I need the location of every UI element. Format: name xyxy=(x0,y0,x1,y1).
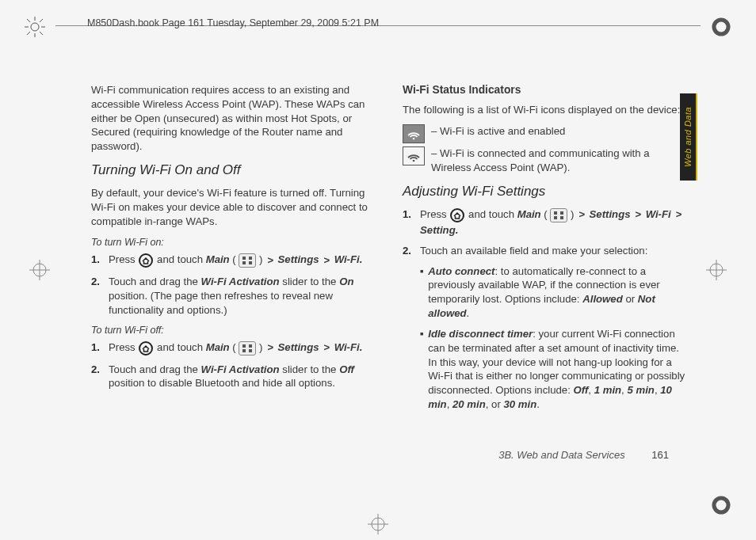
svg-rect-23 xyxy=(242,261,246,264)
label-turn-on: To turn Wi-Fi on: xyxy=(91,236,377,249)
crop-mark-sun-icon xyxy=(22,14,48,40)
home-icon xyxy=(138,253,154,268)
heading-status-indicators: Wi-Fi Status Indicators xyxy=(403,83,689,98)
svg-rect-22 xyxy=(249,257,252,260)
crop-mark-cross-icon xyxy=(365,511,391,537)
left-column: Wi-Fi communication requires access to a… xyxy=(91,83,377,437)
step-body: Touch an available field and make your s… xyxy=(420,244,689,418)
svg-rect-35 xyxy=(554,216,557,219)
footer-section: 3B. Web and Data Services xyxy=(498,449,624,461)
heading-turning-wifi: Turning Wi-Fi On and Off xyxy=(91,162,377,180)
intro-paragraph: Wi-Fi communication requires access to a… xyxy=(91,83,377,154)
list-item: Idle disconnect timer: your current Wi-F… xyxy=(420,327,689,412)
home-icon xyxy=(449,207,465,223)
svg-rect-21 xyxy=(242,257,246,260)
step-body: Touch and drag the Wi-Fi Activation slid… xyxy=(109,275,377,317)
heading-adjusting-settings: Adjusting Wi-Fi Settings xyxy=(403,183,689,201)
svg-rect-34 xyxy=(560,211,563,215)
svg-point-31 xyxy=(413,160,415,162)
wifi-default-paragraph: By default, your device's Wi-Fi feature … xyxy=(91,186,377,228)
step-body: Press and touch Main ( ) > Settings > Wi… xyxy=(109,253,377,268)
step-number: 1. xyxy=(403,207,415,238)
svg-point-9 xyxy=(714,20,728,34)
step-number: 2. xyxy=(91,275,104,317)
pdf-header: M850Dash.book Page 161 Tuesday, Septembe… xyxy=(87,17,379,29)
status-intro: The following is a list of Wi-Fi icons d… xyxy=(403,103,689,117)
steps-turn-on: 1. Press and touch Main ( ) > Settings xyxy=(91,253,377,317)
main-menu-icon xyxy=(239,253,256,268)
options-list: Auto connect: to automatically re-connec… xyxy=(420,264,689,412)
main-menu-icon xyxy=(550,208,567,222)
page-footer: 3B. Web and Data Services 161 xyxy=(498,449,669,461)
status-row-connected: – Wi-Fi is connected and communicating w… xyxy=(403,146,689,175)
step-number: 2. xyxy=(403,244,415,418)
step-body: Touch and drag the Wi-Fi Activation slid… xyxy=(109,363,377,391)
svg-rect-28 xyxy=(242,349,246,352)
crop-mark-ring-icon xyxy=(708,492,734,518)
svg-rect-26 xyxy=(242,344,246,348)
svg-line-5 xyxy=(27,19,30,22)
step-body: Press and touch Main ( ) > Settings > Wi… xyxy=(109,340,377,356)
svg-rect-36 xyxy=(560,216,563,219)
svg-rect-29 xyxy=(249,349,252,352)
list-item: Auto connect: to automatically re-connec… xyxy=(420,264,689,321)
svg-point-30 xyxy=(413,138,415,140)
svg-rect-33 xyxy=(554,211,557,215)
wifi-active-icon xyxy=(403,124,425,143)
footer-page-number: 161 xyxy=(651,449,669,461)
crop-mark-cross-icon xyxy=(704,257,729,283)
main-menu-icon xyxy=(239,341,256,356)
step-body: Press and touch Main ( ) > Settings > Wi… xyxy=(420,207,689,238)
crop-mark-cross-icon xyxy=(27,257,52,283)
wifi-connected-icon xyxy=(403,146,425,165)
steps-adjust: 1. Press and touch Main ( ) > Settings xyxy=(403,207,689,418)
page-content: Wi-Fi communication requires access to a… xyxy=(91,83,689,437)
step-number: 1. xyxy=(91,253,104,268)
right-column: Wi-Fi Status Indicators The following is… xyxy=(403,83,689,437)
status-row-active: – Wi-Fi is active and enabled xyxy=(403,124,689,143)
svg-point-25 xyxy=(139,342,152,355)
svg-rect-24 xyxy=(249,261,252,264)
steps-turn-off: 1. Press and touch Main ( ) > Settings xyxy=(91,340,377,391)
step-number: 2. xyxy=(91,363,104,391)
svg-line-8 xyxy=(40,19,43,22)
svg-point-32 xyxy=(451,209,464,222)
label-turn-off: To turn Wi-Fi off: xyxy=(91,324,377,337)
svg-point-0 xyxy=(31,23,39,31)
home-icon xyxy=(138,340,154,356)
svg-point-20 xyxy=(139,254,152,267)
svg-rect-27 xyxy=(249,344,252,348)
crop-mark-ring-icon xyxy=(708,14,734,40)
step-number: 1. xyxy=(91,340,104,356)
svg-line-6 xyxy=(40,32,43,35)
svg-line-7 xyxy=(27,32,30,35)
svg-point-10 xyxy=(714,498,728,512)
